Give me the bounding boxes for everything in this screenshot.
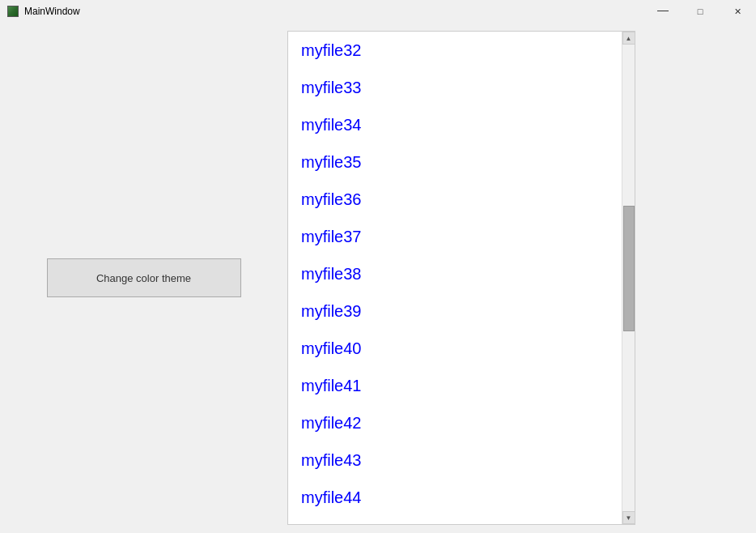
minimize-button[interactable]: — (644, 0, 682, 23)
list-item[interactable]: myfile39 (288, 292, 622, 330)
main-content: Change color theme myfile32myfile33myfil… (0, 23, 756, 533)
list-item[interactable]: myfile34 (288, 106, 622, 143)
scrollbar-arrow-up[interactable]: ▲ (622, 32, 635, 45)
list-item[interactable]: myfile32 (288, 32, 622, 69)
list-item[interactable]: myfile37 (288, 218, 622, 255)
window-title: MainWindow (24, 6, 80, 17)
list-item[interactable]: myfile42 (288, 404, 622, 441)
list-item[interactable]: myfile45 (288, 516, 622, 524)
scrollbar-arrow-down[interactable]: ▼ (622, 511, 635, 524)
left-panel: Change color theme (0, 23, 287, 533)
list-item[interactable]: myfile43 (288, 441, 622, 479)
app-icon (6, 5, 19, 18)
file-list-container: myfile32myfile33myfile34myfile35myfile36… (287, 31, 635, 525)
file-list-content: myfile32myfile33myfile34myfile35myfile36… (288, 32, 622, 524)
list-item[interactable]: myfile33 (288, 69, 622, 106)
title-bar: MainWindow — □ ✕ (0, 0, 756, 23)
list-item[interactable]: myfile40 (288, 330, 622, 367)
close-button[interactable]: ✕ (719, 0, 756, 23)
list-item[interactable]: myfile38 (288, 255, 622, 292)
right-panel: myfile32myfile33myfile34myfile35myfile36… (287, 23, 756, 533)
scrollbar-track: ▲ ▼ (622, 32, 635, 524)
list-item[interactable]: myfile36 (288, 181, 622, 218)
change-theme-button[interactable]: Change color theme (47, 258, 241, 297)
list-item[interactable]: myfile41 (288, 367, 622, 404)
list-item[interactable]: myfile44 (288, 479, 622, 516)
scrollbar-thumb[interactable] (623, 206, 635, 331)
window-controls: — □ ✕ (644, 0, 756, 23)
maximize-button[interactable]: □ (682, 0, 719, 23)
list-item[interactable]: myfile35 (288, 143, 622, 181)
